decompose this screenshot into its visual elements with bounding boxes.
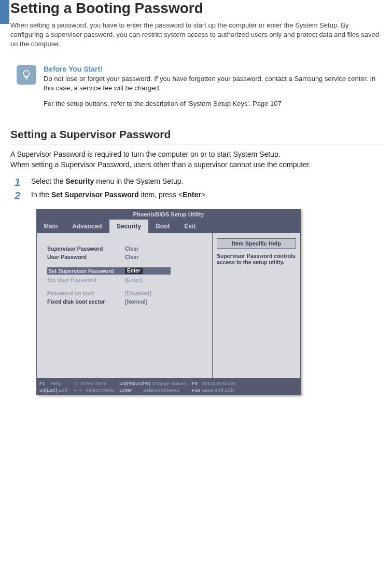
bios-row: Fixed disk boot sector [Normal] — [47, 298, 207, 305]
step-bold: Set Supervisor Password — [51, 190, 139, 199]
bios-body: Supervisor Password Clear User Password … — [36, 233, 301, 378]
bios-help-title: Item Specific Help — [217, 238, 296, 249]
step-bold: Enter — [183, 190, 201, 199]
bios-tab-main: Main — [36, 220, 65, 233]
step-text: >. — [201, 190, 207, 199]
bios-action: Save and Exit — [202, 387, 234, 393]
bios-action: Exit — [59, 387, 67, 393]
bios-label: Set User Password — [47, 277, 125, 283]
step-1: 1 Select the Security menu in the System… — [15, 177, 382, 187]
section-divider — [10, 144, 382, 144]
bios-value: [Normal] — [125, 298, 147, 305]
bios-row: Set User Password [Enter] — [47, 277, 207, 283]
bios-key: u3(F5)/u1(F6) — [119, 380, 150, 386]
bios-action: SelectSubMenu — [143, 387, 180, 393]
bios-action: Select Menu — [86, 387, 114, 393]
bios-left-panel: Supervisor Password Clear User Password … — [37, 233, 212, 378]
bios-label: Fixed disk boot sector — [47, 298, 125, 305]
bios-title: PhoenixBIOS Setup Utility — [36, 209, 301, 220]
bios-key: F9 — [192, 380, 198, 386]
lightbulb-icon — [17, 65, 36, 85]
step-text: menu in the System Setup. — [94, 177, 183, 185]
bios-key: u4(Esc) — [39, 387, 57, 393]
bios-tab-exit: Exit — [177, 220, 203, 233]
step-text: Select the — [31, 177, 65, 185]
bios-value: Clear — [125, 254, 138, 260]
bios-row: Supervisor Password Clear — [47, 246, 207, 252]
bios-label: User Password — [47, 254, 125, 260]
bios-action: Change Values — [151, 380, 187, 386]
bios-key: ↑↓ — [73, 380, 78, 386]
step-number: 2 — [15, 190, 25, 201]
section-intro: A Supervisor Password is required to tur… — [10, 149, 382, 170]
bios-value: Clear — [125, 246, 138, 252]
tip-title: Before You Start! — [44, 65, 382, 73]
tip-box: Before You Start! Do not lose or forget … — [17, 65, 382, 93]
bios-tab-boot: Boot — [148, 220, 177, 233]
bios-action: Setup Defaults — [202, 380, 236, 386]
bios-key: Enter — [119, 387, 132, 393]
bios-row-selected: Set Supervisor Password Enter — [47, 267, 171, 275]
bios-tab-security: Security — [109, 220, 148, 233]
tip-subtext: For the setup buttons, refer to the desc… — [44, 99, 382, 108]
intro-text: When setting a password, you have to ent… — [10, 21, 382, 49]
step-text: item, press < — [139, 190, 183, 199]
bios-key: F10 — [192, 387, 200, 393]
bios-key: F1 — [39, 380, 45, 386]
bios-label: Set Supervisor Password — [48, 268, 125, 274]
step-bold: Security — [65, 177, 94, 185]
bios-value: [Enter] — [125, 277, 143, 283]
accent-bar — [0, 0, 9, 24]
bios-key: ←→ — [73, 387, 82, 393]
tip-text: Do not lose or forget your password. If … — [44, 74, 382, 93]
step-number: 1 — [15, 177, 25, 187]
bios-tab-advanced: Advanced — [65, 220, 109, 233]
bios-value: Enter — [125, 268, 143, 274]
bios-action: Help — [51, 380, 62, 386]
step-2: 2 In the Set Supervisor Password item, p… — [15, 190, 382, 201]
bios-help-panel: Item Specific Help Supervisor Password c… — [212, 233, 300, 378]
bios-row: User Password Clear — [47, 254, 207, 260]
bios-label: Supervisor Password — [47, 246, 125, 252]
bios-action: Select Item — [80, 380, 106, 386]
bios-footer: F1 Help u4(Esc) Exit ↑↓ Select Item ←→ S… — [36, 378, 301, 395]
steps-list: 1 Select the Security menu in the System… — [15, 177, 382, 201]
bios-value: [Disabled] — [125, 290, 151, 296]
bios-screenshot: PhoenixBIOS Setup Utility Main Advanced … — [36, 209, 301, 395]
page-title: Setting a Booting Password — [10, 0, 382, 17]
bios-row: Password on boot [Disabled] — [47, 290, 207, 296]
section-title: Setting a Supervisor Password — [10, 128, 382, 141]
step-text: In the — [31, 190, 51, 199]
bios-tabs: Main Advanced Security Boot Exit — [36, 220, 301, 233]
bios-help-text: Supervisor Password controls access to t… — [217, 253, 296, 265]
bios-label: Password on boot — [47, 290, 125, 296]
